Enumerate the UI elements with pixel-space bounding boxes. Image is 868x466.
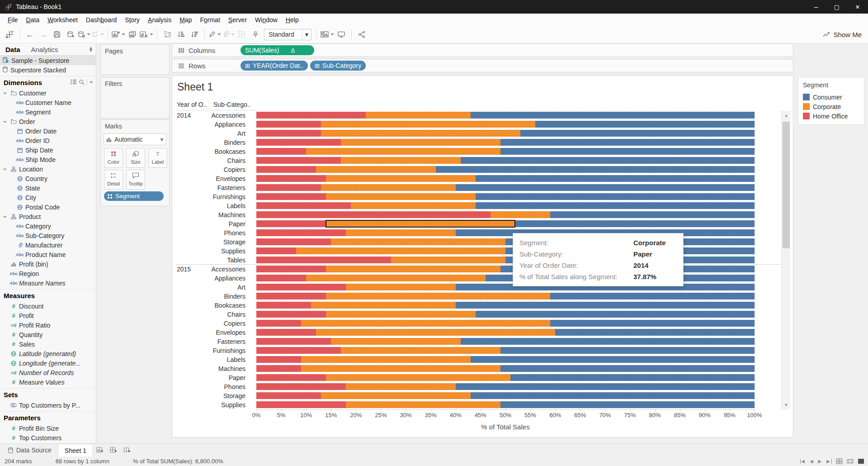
bar-segment[interactable] (471, 356, 755, 363)
bar-segment[interactable] (326, 266, 500, 272)
field-item[interactable]: Location (0, 164, 96, 174)
bar-segment[interactable] (301, 356, 471, 363)
search-icon[interactable] (79, 79, 85, 85)
field-item[interactable]: Country (0, 174, 96, 183)
share-button[interactable] (355, 28, 368, 41)
sort-descending-button[interactable] (188, 28, 201, 41)
pager-last-icon[interactable]: ▶ (826, 459, 832, 464)
field-item[interactable]: =#Profit Ratio (0, 320, 96, 330)
bar-segment[interactable] (256, 320, 301, 327)
bar-segment[interactable] (316, 166, 435, 173)
bar-segment[interactable] (515, 220, 755, 227)
field-item[interactable]: AbcCustomer Name (0, 98, 96, 107)
new-story-tab-button[interactable] (120, 444, 134, 456)
dropdown-caret-icon[interactable] (122, 33, 125, 35)
menu-worksheet[interactable]: Worksheet (43, 14, 82, 25)
field-item[interactable]: City (0, 193, 96, 202)
bar-segment[interactable] (500, 139, 755, 146)
subcategory-label[interactable]: Bookcases (199, 147, 245, 156)
tab-analytics[interactable]: Analytics (26, 44, 64, 55)
subcategory-label[interactable]: Phones (199, 228, 245, 238)
field-item[interactable]: Order Date (0, 126, 96, 136)
column-header-subcategory[interactable]: Sub-Catego.. (213, 101, 251, 108)
pill-sub-category[interactable]: ⊞Sub-Category (310, 61, 366, 71)
field-item[interactable]: #Profit Bin Size (0, 423, 96, 433)
menu-map[interactable]: Map (175, 14, 196, 25)
duplicate-sheet-button[interactable] (126, 28, 139, 41)
field-item[interactable]: AbcSegment (0, 107, 96, 117)
bar-segment[interactable] (555, 329, 755, 336)
field-item[interactable]: AbcMeasure Names (0, 278, 96, 288)
bar-segment[interactable] (256, 329, 316, 336)
filters-card[interactable]: Filters (100, 77, 170, 119)
pause-auto-updates-button[interactable] (78, 28, 90, 41)
menu-data[interactable]: Data (22, 14, 44, 25)
show-tabs-view-icon[interactable] (836, 458, 843, 464)
bar-segment[interactable] (256, 338, 331, 345)
bar-segment[interactable] (326, 293, 550, 300)
field-item[interactable]: Customer (0, 88, 96, 98)
menu-format[interactable]: Format (196, 14, 224, 25)
new-dashboard-tab-button[interactable] (107, 444, 120, 456)
bar-segment[interactable] (256, 275, 306, 281)
subcategory-label[interactable]: Appliances (199, 274, 245, 283)
bar-segment[interactable] (256, 184, 321, 191)
bar-segment[interactable] (366, 112, 470, 119)
subcategory-label[interactable]: Paper (199, 373, 245, 382)
run-update-button[interactable] (91, 28, 104, 41)
menu-server[interactable]: Server (224, 14, 251, 25)
sort-ascending-button[interactable] (175, 28, 187, 41)
bar-segment[interactable] (256, 202, 351, 209)
bar-segment[interactable] (456, 383, 755, 390)
highlight-button[interactable] (208, 28, 221, 41)
bar-segment[interactable] (256, 257, 391, 263)
columns-shelf[interactable]: Columns SUM(Sales)Δ (172, 43, 793, 57)
bar-segment[interactable] (346, 383, 455, 390)
bar-segment[interactable] (256, 175, 326, 182)
tab-data-source[interactable]: Data Source (2, 444, 58, 456)
bar-segment[interactable] (476, 175, 755, 182)
vertical-scrollbar[interactable]: ▲ ▼ (781, 111, 790, 409)
bar-segment[interactable] (461, 338, 755, 345)
subcategory-label[interactable]: Binders (199, 138, 245, 147)
subcategory-label[interactable]: Furnishings (199, 346, 245, 355)
bar-segment[interactable] (256, 356, 301, 363)
marks-button-color[interactable]: Color (104, 148, 123, 168)
dropdown-caret-icon[interactable] (100, 33, 104, 35)
mark-type-dropdown[interactable]: Automatic ▾ (104, 133, 166, 145)
field-item[interactable]: AbcProduct Name (0, 250, 96, 259)
bar-segment[interactable] (461, 157, 755, 164)
bar-segment[interactable] (256, 374, 326, 381)
subcategory-label[interactable]: Copiers (199, 165, 245, 174)
subcategory-label[interactable]: Labels (199, 355, 245, 364)
bar-segment[interactable] (326, 193, 476, 200)
bar-segment[interactable] (256, 220, 326, 227)
bar-segment[interactable] (256, 166, 316, 173)
bar-segment[interactable] (550, 293, 755, 300)
year-label[interactable]: 2014 (177, 111, 191, 120)
bar-segment[interactable] (256, 247, 296, 254)
dropdown-caret-icon[interactable] (87, 33, 90, 35)
subcategory-label[interactable]: Furnishings (199, 192, 245, 201)
bar-segment[interactable] (491, 211, 550, 218)
field-item[interactable]: #Measure Values (0, 377, 96, 387)
bar-segment[interactable] (510, 374, 755, 381)
bar-segment[interactable] (341, 157, 460, 164)
bar-segment[interactable] (331, 338, 461, 345)
bar-segment[interactable] (256, 266, 326, 272)
new-worksheet-button[interactable] (112, 28, 125, 41)
field-item[interactable]: AbcOrder ID (0, 136, 96, 145)
year-label[interactable]: 2015 (177, 265, 191, 274)
bar-segment[interactable] (500, 148, 755, 155)
marks-button-label[interactable]: TLabel (148, 148, 167, 168)
marks-button-size[interactable]: Size (126, 148, 145, 168)
field-item[interactable]: AbcShip Mode (0, 155, 96, 164)
subcategory-label[interactable]: Binders (199, 292, 245, 301)
new-data-source-button[interactable] (64, 28, 77, 41)
subcategory-label[interactable]: Storage (199, 238, 245, 247)
dropdown-caret-icon[interactable] (231, 33, 235, 35)
fit-selector[interactable]: Standard▾ (264, 29, 311, 40)
show-hide-cards-button[interactable] (321, 28, 334, 41)
bar-segment[interactable] (476, 193, 755, 200)
subcategory-label[interactable]: Art (199, 283, 245, 292)
